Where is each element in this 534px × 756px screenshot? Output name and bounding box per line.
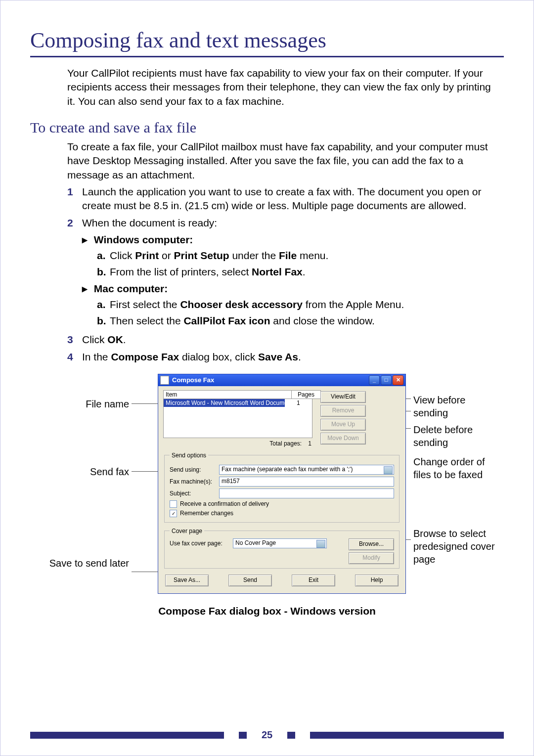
step-3: 3 Click OK. [67,333,504,347]
step-2: 2 When the document is ready: ▸ Windows … [67,216,504,330]
bottom-buttons: Save As... Send Exit Help [163,575,400,588]
remember-checkbox[interactable]: ✓ [170,510,177,517]
t: Save As [258,351,298,362]
section-heading: To create and save a fax file [30,119,504,136]
browse-button[interactable]: Browse... [349,538,394,550]
minimize-button[interactable]: _ [369,375,380,385]
sub-a: a. Click Print or Print Setup under the … [97,249,504,263]
step-list: 1 Launch the application you want to use… [67,185,504,364]
lbl-fax-machines: Fax machine(s): [170,478,219,485]
table-row[interactable]: Microsoft Word - New Microsoft Word Docu… [164,399,312,407]
compose-fax-dialog: Compose Fax _ □ ✕ Item Pages Microsoft W… [158,374,406,594]
step-number: 1 [67,185,82,213]
t: menu. [297,250,328,261]
fax-machines-input[interactable]: m8157 [219,477,394,487]
t: and close the window. [270,315,374,326]
legend-cover: Cover page [170,528,204,534]
step-number: 4 [67,350,82,364]
t: Click [110,250,135,261]
receive-confirm-checkbox[interactable] [170,500,177,508]
t: under the [229,250,279,261]
mac-subhead: ▸ Mac computer: [82,282,504,296]
sub-letter: b. [97,314,110,328]
move-down-button[interactable]: Move Down [320,433,366,445]
t: from the Apple Menu. [303,299,404,310]
lbl-send-using: Send using: [170,466,219,473]
t: Compose Fax [111,351,179,362]
t: Print [135,250,159,261]
col-pages[interactable]: Pages [292,390,321,399]
subject-input[interactable] [219,489,394,498]
t: CallPilot Fax icon [183,315,270,326]
arrow-icon: ▸ [82,233,91,247]
t: First select the [110,299,180,310]
maximize-button[interactable]: □ [381,375,392,385]
move-up-button[interactable]: Move Up [320,419,366,431]
page-footer: 25 [30,729,504,741]
t: Nortel Fax [252,266,303,277]
t: . [123,334,126,345]
step-1: 1 Launch the application you want to use… [67,185,504,213]
help-button[interactable]: Help [355,575,399,586]
row-receive-confirm: Receive a confirmation of delivery [170,500,394,508]
mac-sublist: a. First select the Chooser desk accesso… [97,298,504,328]
send-button[interactable]: Send [228,575,272,586]
figure-caption: Compose Fax dialog box - Windows version [30,605,504,617]
row-send-using: Send using: Fax machine (separate each f… [170,465,394,475]
callout-sendfax: Send fax [30,465,129,478]
cell-pages: 1 [285,399,312,407]
remove-button[interactable]: Remove [320,405,366,417]
cover-page-dropdown[interactable]: No Cover Page [233,538,327,548]
callout-delete: Delete before sending [413,423,502,449]
row-remember: ✓ Remember changes [170,510,394,517]
windows-sublist: a. Click Print or Print Setup under the … [97,249,504,279]
step-number: 3 [67,333,82,347]
t: In the [82,351,111,362]
legend-send-options: Send options [170,452,208,459]
t: File [279,250,297,261]
step-text: Launch the application you want to use t… [82,185,504,213]
titlebar[interactable]: Compose Fax _ □ ✕ [158,374,405,386]
window-controls: _ □ ✕ [369,375,403,385]
sub-letter: b. [97,265,110,279]
t: OK [107,334,123,345]
send-using-dropdown[interactable]: Fax machine (separate each fax number wi… [219,465,394,475]
t: dialog box, click [179,351,258,362]
step-4: 4 In the Compose Fax dialog box, click S… [67,350,504,364]
dialog-body: Item Pages Microsoft Word - New Microsof… [158,386,405,593]
t: . [298,351,301,362]
send-options-group: Send options Send using: Fax machine (se… [164,452,400,523]
save-as-button[interactable]: Save As... [165,575,209,586]
footer-square [287,732,295,739]
sub-letter: a. [97,298,110,311]
total-value: 1 [308,440,312,447]
callout-view: View before sending [413,394,497,419]
sub-text: Click Print or Print Setup under the Fil… [110,249,328,263]
total-label: Total pages: [269,440,302,447]
arrow-icon: ▸ [82,282,91,296]
col-item[interactable]: Item [163,390,292,399]
page-number: 25 [262,729,272,741]
sub-text: Then select the CallPilot Fax icon and c… [110,314,375,328]
sub-b: b. From the list of printers, select Nor… [97,265,504,279]
step-text: When the document is ready: ▸ Windows co… [82,216,504,330]
step-number: 2 [67,216,82,330]
title-rule [30,56,504,57]
view-edit-button[interactable]: View/Edit [320,391,366,403]
cb-label: Remember changes [180,510,233,517]
lbl-cover: Use fax cover page: [170,540,229,547]
cover-buttons: Browse... Modify [349,538,394,564]
cb-label: Receive a confirmation of delivery [180,500,269,507]
close-button[interactable]: ✕ [393,375,403,385]
page-title: Composing fax and text messages [30,28,504,53]
exit-button[interactable]: Exit [292,575,335,586]
footer-square [239,732,247,739]
modify-button[interactable]: Modify [349,552,394,564]
callout-browse: Browse to select predesigned cover page [413,527,502,566]
item-list[interactable]: Microsoft Word - New Microsoft Word Docu… [163,399,312,438]
step-text: Click OK. [82,333,504,347]
mac-label: Mac computer: [94,283,168,294]
intro-paragraph: Your CallPilot recipients must have fax … [67,66,499,108]
t: or [159,250,174,261]
sub-b: b. Then select the CallPilot Fax icon an… [97,314,504,328]
